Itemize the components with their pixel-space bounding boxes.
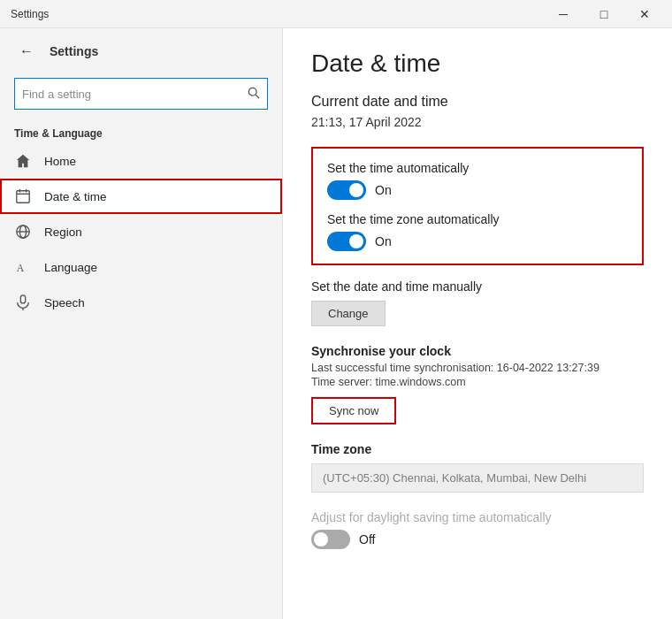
datetime-icon — [14, 187, 32, 205]
sidebar-top: ← Settings — [0, 28, 282, 74]
auto-time-setting: Set the time automatically On — [327, 161, 628, 200]
auto-settings-box: Set the time automatically On Set the ti… — [311, 147, 644, 265]
sync-now-button[interactable]: Sync now — [311, 397, 396, 424]
auto-time-toggle[interactable] — [327, 180, 366, 200]
auto-time-label: Set the time automatically — [327, 161, 628, 175]
app-body: ← Settings Time & Language — [0, 28, 672, 619]
svg-text:A: A — [17, 263, 25, 274]
timezone-section: Time zone (UTC+05:30) Chennai, Kolkata, … — [311, 442, 644, 493]
auto-timezone-toggle-thumb — [349, 234, 363, 248]
current-section-title: Current date and time — [311, 94, 644, 110]
speech-icon — [14, 294, 32, 311]
sidebar-item-speech[interactable]: Speech — [0, 285, 282, 320]
sync-title: Synchronise your clock — [311, 344, 644, 358]
sidebar-item-region[interactable]: Region — [0, 214, 282, 249]
section-label: Time & Language — [0, 120, 282, 143]
daylight-section: Adjust for daylight saving time automati… — [311, 510, 644, 549]
change-button[interactable]: Change — [311, 301, 386, 326]
svg-rect-2 — [17, 191, 29, 203]
search-container — [0, 74, 282, 120]
daylight-toggle-thumb — [314, 532, 328, 546]
search-icon — [248, 87, 260, 102]
auto-timezone-value: On — [375, 234, 392, 248]
sidebar-item-language-label: Language — [44, 261, 97, 274]
current-datetime: 21:13, 17 April 2022 — [311, 115, 644, 129]
search-input[interactable] — [22, 88, 242, 101]
daylight-value: Off — [359, 532, 375, 546]
titlebar-left: Settings — [11, 8, 49, 20]
auto-time-value: On — [375, 183, 392, 197]
sidebar-item-datetime[interactable]: Date & time — [0, 179, 282, 214]
auto-timezone-toggle-row: On — [327, 232, 628, 251]
auto-time-toggle-row: On — [327, 180, 628, 200]
svg-point-0 — [248, 88, 256, 96]
auto-timezone-toggle[interactable] — [327, 232, 366, 251]
timezone-title: Time zone — [311, 442, 644, 456]
sync-server: Time server: time.windows.com — [311, 376, 644, 388]
back-icon: ← — [19, 43, 34, 59]
sidebar-app-title: Settings — [50, 44, 98, 58]
region-icon — [14, 223, 32, 241]
manual-title: Set the date and time manually — [311, 279, 644, 294]
daylight-title: Adjust for daylight saving time automati… — [311, 510, 644, 524]
sync-last: Last successful time synchronisation: 16… — [311, 362, 644, 374]
sidebar-item-speech-label: Speech — [44, 296, 85, 310]
sidebar: ← Settings Time & Language — [0, 28, 283, 619]
page-title: Date & time — [311, 50, 644, 78]
minimize-button[interactable]: ─ — [543, 0, 584, 28]
svg-rect-10 — [20, 295, 25, 303]
close-button[interactable]: ✕ — [624, 0, 665, 28]
maximize-button[interactable]: □ — [584, 0, 624, 28]
sidebar-item-region-label: Region — [44, 225, 82, 239]
daylight-toggle[interactable] — [311, 530, 350, 549]
home-icon — [14, 152, 32, 170]
sidebar-item-datetime-label: Date & time — [44, 190, 107, 203]
auto-time-toggle-thumb — [349, 183, 363, 197]
manual-section: Set the date and time manually Change — [311, 279, 644, 326]
sidebar-item-home[interactable]: Home — [0, 143, 282, 179]
sidebar-item-home-label: Home — [44, 155, 76, 168]
titlebar: Settings ─ □ ✕ — [0, 0, 672, 28]
svg-line-1 — [256, 95, 259, 98]
timezone-select[interactable]: (UTC+05:30) Chennai, Kolkata, Mumbai, Ne… — [311, 463, 644, 493]
search-box[interactable] — [14, 78, 268, 110]
sync-section: Synchronise your clock Last successful t… — [311, 344, 644, 424]
content-area: Date & time Current date and time 21:13,… — [283, 28, 672, 619]
back-button[interactable]: ← — [14, 39, 39, 64]
titlebar-title: Settings — [11, 8, 49, 20]
auto-timezone-label: Set the time zone automatically — [327, 212, 628, 226]
titlebar-controls: ─ □ ✕ — [543, 0, 665, 28]
sidebar-item-language[interactable]: A Language — [0, 249, 282, 285]
language-icon: A — [14, 258, 32, 276]
auto-timezone-setting: Set the time zone automatically On — [327, 212, 628, 251]
daylight-toggle-row: Off — [311, 530, 644, 549]
